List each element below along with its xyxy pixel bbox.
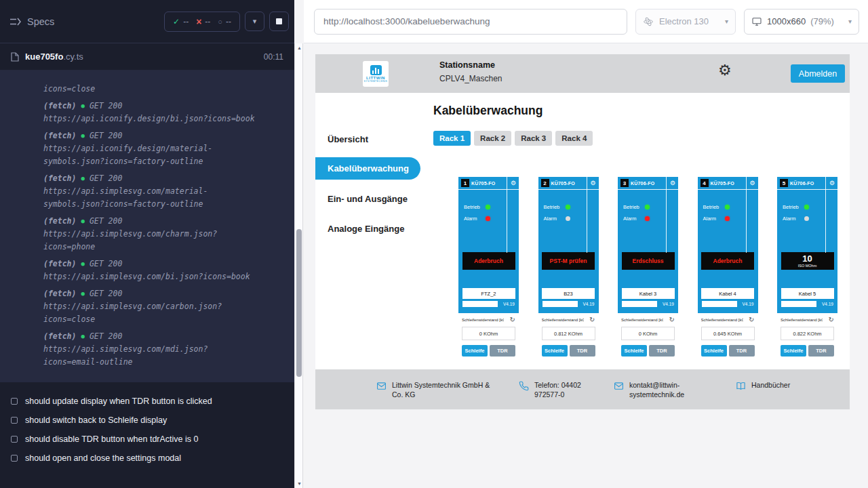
alarm-label: Alarm: [464, 216, 486, 222]
test-title: should open and close the settings modal: [25, 453, 181, 463]
scroll-up-icon[interactable]: ▲: [295, 45, 304, 50]
device-model: KÜ706-FO: [631, 181, 654, 186]
test-item[interactable]: should update display when TDR button is…: [11, 392, 283, 411]
stop-tests-button[interactable]: [269, 12, 289, 31]
footer-contact-item[interactable]: kontakt@littwin-systemtechnik.de: [614, 380, 694, 399]
schleife-button[interactable]: Schleife: [701, 345, 727, 357]
browser-select[interactable]: Electron 130 ▾: [635, 9, 736, 35]
status-dot-icon: ●: [81, 215, 84, 228]
refresh-icon[interactable]: ↻: [589, 317, 595, 323]
aut-preview-area: LITTWIN SYSTEMTECHNIK Stationsname CPLV4…: [304, 43, 868, 488]
littwin-logo-icon: [370, 65, 382, 75]
status-message: Aderbruch: [713, 258, 743, 264]
refresh-icon[interactable]: ↻: [510, 317, 515, 323]
footer-contact-item[interactable]: Littwin Systemtechnik GmbH & Co. KG: [376, 380, 499, 399]
fetch-log-entry[interactable]: (fetch) ● GET 200 https://api.iconify.de…: [43, 129, 283, 168]
viewport-select[interactable]: 1000x660 (79%) ▾: [744, 9, 859, 35]
card-settings-gear-icon[interactable]: ⚙: [670, 180, 675, 186]
cable-name-field[interactable]: Kabel 3: [622, 288, 675, 299]
scrollbar-thumb[interactable]: [296, 229, 302, 377]
rack-tab[interactable]: Rack 4: [555, 131, 593, 146]
http-status: GET 200: [90, 129, 122, 142]
schleife-button[interactable]: Schleife: [781, 345, 806, 357]
app-sidebar: Übersicht Kabelüberwachung Ein- und Ausg…: [315, 93, 431, 369]
main-content: Kabelüberwachung Rack 1 Rack 2: [431, 93, 850, 369]
test-item[interactable]: should disable TDR button when tdrActive…: [11, 430, 283, 449]
refresh-icon[interactable]: ↻: [669, 317, 675, 323]
footer-contact-item[interactable]: Handbücher: [736, 380, 790, 393]
sidebar-item[interactable]: Ein- und Ausgänge: [315, 184, 431, 214]
spec-file-row[interactable]: kue705fo.cy.ts 00:11: [0, 43, 294, 70]
fetch-log-entry[interactable]: (fetch) ● GET 200 https://api.simplesvg.…: [43, 330, 283, 369]
schleife-button[interactable]: Schleife: [621, 345, 647, 357]
failed-count: --: [205, 17, 210, 26]
tdr-button[interactable]: TDR: [570, 345, 595, 357]
rack-tab[interactable]: Rack 2: [474, 131, 511, 146]
sidebar-item[interactable]: Analoge Eingänge: [315, 214, 431, 243]
led-block: Betrieb Alarm: [777, 190, 837, 222]
fetch-log-entry[interactable]: (fetch) ● GET 200 https://api.iconify.de…: [43, 100, 283, 125]
mode-buttons: Schleife TDR: [542, 345, 595, 357]
schleife-button[interactable]: Schleife: [462, 345, 488, 357]
card-settings-gear-icon[interactable]: ⚙: [749, 180, 755, 186]
version-row: V4.19: [458, 299, 519, 307]
book-icon: [736, 381, 747, 393]
logo-subtitle: SYSTEMTECHNIK: [364, 81, 388, 83]
rack-tab[interactable]: Rack 1: [433, 131, 471, 146]
resistance-row: Schleifenwiderstand [kOhm] ↻: [701, 317, 755, 323]
refresh-icon[interactable]: ↻: [749, 317, 754, 323]
test-item[interactable]: should open and close the settings modal: [11, 449, 283, 468]
fetch-log-entry[interactable]: icons=close: [43, 83, 283, 96]
refresh-icon[interactable]: ↻: [829, 317, 834, 323]
tdr-button[interactable]: TDR: [729, 345, 755, 357]
phone-icon: [519, 381, 530, 393]
failed-stat: ×--: [196, 16, 210, 27]
card-settings-gear-icon[interactable]: ⚙: [829, 180, 835, 186]
tdr-button[interactable]: TDR: [808, 345, 834, 357]
rack-tab-label: Rack 3: [521, 134, 546, 142]
alarm-led-icon: [486, 216, 490, 221]
rack-tab-label: Rack 1: [439, 134, 465, 142]
aut-frame: LITTWIN SYSTEMTECHNIK Stationsname CPLV4…: [315, 54, 850, 409]
fetch-log-entry[interactable]: (fetch) ● GET 200 https://api.simplesvg.…: [43, 258, 283, 283]
betrieb-row: Betrieb: [544, 204, 599, 210]
cable-name-field[interactable]: B23: [542, 288, 595, 299]
fetch-log-entry[interactable]: (fetch) ● GET 200 https://api.simplesvg.…: [43, 172, 283, 211]
logout-button[interactable]: Abmelden: [791, 64, 845, 83]
alarm-label: Alarm: [783, 216, 804, 222]
sidebar-item[interactable]: Kabelüberwachung: [315, 157, 420, 180]
mode-buttons: Schleife TDR: [462, 345, 515, 357]
collapse-reporter-button[interactable]: ▾: [245, 12, 264, 31]
scroll-down-icon[interactable]: ▼: [295, 481, 304, 486]
status-message: PST-M prüfen: [550, 258, 587, 264]
device-card: 4 KÜ705-FO ⚙ Betrieb: [698, 177, 758, 367]
sidebar-item[interactable]: Übersicht: [315, 124, 431, 154]
fetch-log-entry[interactable]: (fetch) ● GET 200 https://api.simplesvg.…: [43, 287, 283, 326]
rack-tab[interactable]: Rack 3: [515, 131, 552, 146]
spec-file-icon: [11, 52, 19, 62]
alarm-led-icon: [804, 216, 809, 221]
test-item[interactable]: should switch back to Schleife display: [11, 411, 283, 430]
led-block: Betrieb Alarm: [618, 190, 678, 222]
settings-gear-icon[interactable]: ⚙: [718, 63, 732, 78]
tdr-button[interactable]: TDR: [490, 345, 515, 357]
status-display: Aderbruch: [701, 252, 754, 270]
footer-contact-item[interactable]: Telefon: 04402 972577-0: [519, 380, 602, 399]
cable-name-field[interactable]: Kabel 5: [781, 288, 834, 299]
command-log: icons=close (fetch) ● GET 200 https://ap…: [0, 70, 294, 382]
specs-button[interactable]: Specs: [9, 16, 54, 27]
schleife-button[interactable]: Schleife: [542, 345, 568, 357]
reporter-header: Specs ✓-- ×-- ○-- ▾: [0, 0, 294, 43]
reporter-scrollbar[interactable]: ▲ ▼: [294, 43, 303, 488]
status-message: Erdschluss: [633, 258, 664, 264]
card-settings-gear-icon[interactable]: ⚙: [590, 180, 595, 186]
led-block: Betrieb Alarm: [458, 190, 519, 222]
card-settings-gear-icon[interactable]: ⚙: [511, 180, 516, 186]
tdr-button[interactable]: TDR: [649, 345, 675, 357]
cable-name-field[interactable]: Kabel 4: [701, 288, 754, 299]
device-model: KÜ705-FO: [711, 181, 734, 186]
check-icon: ✓: [173, 17, 180, 26]
cable-name-field[interactable]: FTZ_2: [462, 288, 515, 299]
url-bar[interactable]: http://localhost:3000/kabelueberwachung: [314, 9, 627, 35]
fetch-log-entry[interactable]: (fetch) ● GET 200 https://api.simplesvg.…: [43, 215, 283, 253]
